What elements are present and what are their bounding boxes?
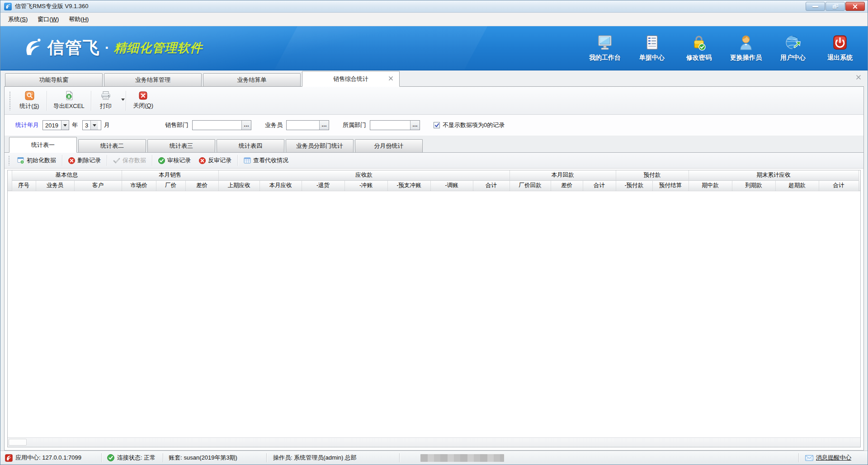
action-button-label: 审核记录: [167, 156, 191, 164]
horizontal-scrollbar[interactable]: [8, 437, 860, 447]
table-empty-area[interactable]: [8, 191, 860, 438]
tab-sales-statistics[interactable]: 销售综合统计: [302, 71, 400, 87]
column-header[interactable]: 到期款: [732, 180, 775, 191]
menu-label: ): [87, 16, 89, 23]
column-header[interactable]: 超期款: [775, 180, 819, 191]
belong-dept-input[interactable]: [370, 121, 410, 130]
menu-item-help[interactable]: 帮助(H): [64, 13, 94, 26]
excel-export-icon: [64, 91, 74, 100]
chevron-down-icon[interactable]: [90, 121, 98, 130]
column-header[interactable]: 厂价回款: [509, 180, 551, 191]
tab-business-settlement-mgmt[interactable]: 业务结算管理: [104, 73, 202, 86]
close-page-button[interactable]: 关闭(Q): [129, 89, 158, 112]
app-center-text: 应用中心: 127.0.0.1:7099: [15, 454, 81, 462]
header-filler: [859, 170, 860, 191]
column-row: 序号业务员客户市场价厂价差价上期应收本月应收-退货-冲账-预支冲账-调账合计厂价…: [8, 180, 860, 191]
export-excel-button[interactable]: 导出EXCEL: [50, 89, 88, 112]
message-center-label: 消息提醒中心: [816, 454, 851, 462]
account-text: 账套: susan(2019年第3期): [169, 454, 237, 462]
column-header[interactable]: -冲账: [344, 180, 387, 191]
subtab-label: 分月份统计: [374, 142, 404, 150]
month-combobox[interactable]: 3: [82, 120, 101, 130]
column-header[interactable]: 合计: [473, 180, 509, 191]
app-center-status: 应用中心: 127.0.0.1:7099: [5, 454, 81, 462]
sales-dept-browse-button[interactable]: …: [241, 121, 251, 130]
sales-dept-field: …: [192, 120, 251, 130]
column-header[interactable]: 厂价: [156, 180, 185, 191]
user-center-button[interactable]: 用户中心: [775, 34, 811, 62]
salesman-browse-button[interactable]: …: [319, 121, 329, 130]
column-header[interactable]: 合计: [583, 180, 616, 191]
column-header[interactable]: -退货: [302, 180, 344, 191]
column-header[interactable]: -预付款: [616, 180, 652, 191]
toolbar-button-label: 导出EXCEL: [53, 102, 85, 110]
sales-statistics-page: 统计(S) 导出EXCEL: [4, 86, 864, 451]
restore-button[interactable]: [826, 2, 845, 11]
change-password-button[interactable]: 修改密码: [681, 34, 717, 62]
tab-business-settlement-doc[interactable]: 业务结算单: [203, 73, 301, 86]
sales-dept-label: 销售部门: [165, 121, 189, 129]
minimize-button[interactable]: [806, 2, 825, 11]
checkbox-checked-icon[interactable]: [434, 122, 440, 128]
actionbar-grip[interactable]: [8, 155, 10, 165]
column-header[interactable]: 业务员: [36, 180, 74, 191]
column-group-header: 基本信息: [12, 170, 122, 180]
view-collection-button[interactable]: 查看代收情况: [240, 155, 292, 166]
hide-zero-checkbox-group[interactable]: 不显示数据项为0的记录: [434, 121, 505, 129]
scrollbar-thumb[interactable]: [9, 439, 27, 446]
power-icon: [831, 34, 849, 52]
toolbar-separator: [91, 91, 91, 111]
column-header[interactable]: 差价: [185, 180, 218, 191]
sales-dept-input[interactable]: [193, 121, 241, 130]
brand-slogan: 精细化管理软件: [114, 40, 203, 56]
save-icon: [113, 157, 120, 164]
menu-item-window[interactable]: 窗口(W): [33, 13, 64, 26]
my-workbench-button[interactable]: 我的工作台: [587, 34, 623, 62]
statistics-button[interactable]: 统计(S): [15, 89, 44, 112]
column-header[interactable]: -预支冲账: [387, 180, 430, 191]
subtab-by-month[interactable]: 分月份统计: [355, 139, 423, 152]
subtab-salesman-by-dept[interactable]: 业务员分部门统计: [286, 139, 354, 152]
column-header[interactable]: 上期应收: [218, 180, 259, 191]
column-header[interactable]: 市场价: [122, 180, 156, 191]
column-header[interactable]: 期中款: [689, 180, 732, 191]
year-combobox[interactable]: 2019: [42, 120, 69, 130]
column-group-header: 本月销售: [122, 170, 218, 180]
exit-system-button[interactable]: 退出系统: [822, 34, 858, 62]
tab-strip-close-icon[interactable]: [856, 75, 861, 80]
subtab-report-2[interactable]: 统计表二: [78, 139, 146, 152]
close-button[interactable]: [845, 2, 865, 11]
column-group-header: 本月回款: [509, 170, 616, 180]
tab-function-navigator[interactable]: 功能导航窗: [5, 73, 103, 86]
salesman-input[interactable]: [287, 121, 319, 130]
tab-close-icon[interactable]: [388, 76, 393, 81]
tab-label: 业务结算单: [237, 76, 267, 84]
unapprove-record-button[interactable]: 反审记录: [195, 155, 236, 166]
print-dropdown-caret[interactable]: [121, 99, 125, 103]
approve-record-button[interactable]: 审核记录: [154, 155, 195, 166]
column-header[interactable]: 预付结算: [652, 180, 689, 191]
message-center-link[interactable]: 消息提醒中心: [805, 454, 851, 462]
chevron-down-icon[interactable]: [61, 121, 69, 130]
print-button[interactable]: 打印: [94, 89, 123, 112]
column-header[interactable]: 序号: [12, 180, 36, 191]
toolbar-grip[interactable]: [9, 91, 11, 110]
column-header[interactable]: 本月应收: [259, 180, 302, 191]
belong-dept-browse-button[interactable]: …: [410, 121, 420, 130]
subtab-report-4[interactable]: 统计表四: [217, 139, 284, 152]
subtab-report-1[interactable]: 统计表一: [9, 137, 77, 153]
row-indicator-header: [8, 170, 12, 191]
save-data-button[interactable]: 保存数据: [109, 155, 150, 166]
menu-label: ): [26, 16, 28, 23]
column-header[interactable]: 差价: [551, 180, 583, 191]
init-data-button[interactable]: 初始化数据: [13, 155, 60, 166]
change-operator-button[interactable]: 更换操作员: [728, 34, 764, 62]
column-header[interactable]: 合计: [819, 180, 859, 191]
document-center-button[interactable]: 单据中心: [634, 34, 670, 62]
column-header[interactable]: 客户: [74, 180, 122, 191]
subtab-report-3[interactable]: 统计表三: [147, 139, 215, 152]
delete-record-button[interactable]: 删除记录: [64, 155, 105, 166]
banner-button-label: 我的工作台: [589, 54, 621, 62]
column-header[interactable]: -调账: [430, 180, 473, 191]
menu-item-system[interactable]: 系统(S): [3, 13, 33, 26]
